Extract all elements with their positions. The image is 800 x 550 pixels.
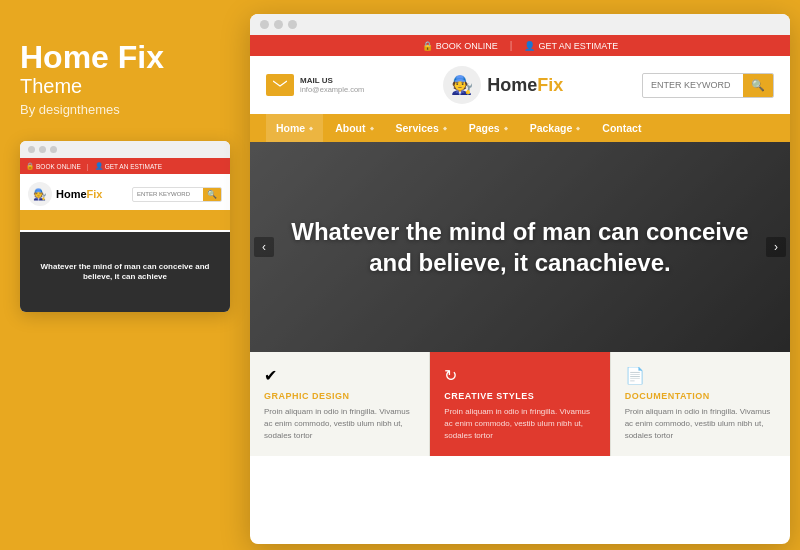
mini-dot-1 xyxy=(28,146,35,153)
mini-book-online: 🔒 BOOK ONLINE xyxy=(26,162,81,170)
nav-services[interactable]: Services ◆ xyxy=(386,114,457,142)
card-documentation: 📄 DOCUMENTATION Proin aliquam in odio in… xyxy=(611,352,790,456)
hero-prev-btn[interactable]: ‹ xyxy=(254,237,274,257)
mini-hero: Whatever the mind of man can conceive an… xyxy=(20,232,230,312)
site-search-btn[interactable]: 🔍 xyxy=(743,74,773,97)
nav-contact[interactable]: Contact xyxy=(592,114,651,142)
card-body-1: Proin aliquam in odio in fringilla. Viva… xyxy=(264,406,415,442)
site-logo: 🧑‍🔧 HomeFix xyxy=(443,66,563,104)
mini-browser-bar xyxy=(20,141,230,158)
nav-dot: ◆ xyxy=(576,125,580,131)
nav-home[interactable]: Home ◆ xyxy=(266,114,323,142)
mini-search-input[interactable] xyxy=(133,189,203,199)
left-panel: Home Fix Theme By designthemes 🔒 BOOK ON… xyxy=(0,0,248,550)
nav-pages[interactable]: Pages ◆ xyxy=(459,114,518,142)
site-logo-text: HomeFix xyxy=(487,75,563,96)
checkmark-icon: ✔ xyxy=(264,366,415,385)
hero-text: Whatever the mind of man can conceive an… xyxy=(250,216,790,278)
card-body-3: Proin aliquam in odio in fringilla. Viva… xyxy=(625,406,776,442)
mini-dot-3 xyxy=(50,146,57,153)
mini-logo-icon: 🧑‍🔧 xyxy=(28,182,52,206)
mini-header: 🧑‍🔧 HomeFix 🔍 xyxy=(20,174,230,210)
mini-nav-bar xyxy=(20,210,230,230)
card-title-1: GRAPHIC DESIGN xyxy=(264,391,415,401)
card-creative-styles: ↻ CREATIVE STYLES Proin aliquam in odio … xyxy=(430,352,610,456)
mini-hero-text: Whatever the mind of man can conceive an… xyxy=(20,262,230,283)
refresh-icon: ↻ xyxy=(444,366,595,385)
mini-browser: 🔒 BOOK ONLINE | 👤 GET AN ESTIMATE 🧑‍🔧 Ho… xyxy=(20,141,230,312)
mini-get-estimate: 👤 GET AN ESTIMATE xyxy=(95,162,163,170)
book-online-label: BOOK ONLINE xyxy=(436,41,498,51)
mini-search[interactable]: 🔍 xyxy=(132,187,222,202)
brand-title: Home Fix xyxy=(20,40,164,75)
hero-next-btn[interactable]: › xyxy=(766,237,786,257)
nav-dot: ◆ xyxy=(443,125,447,131)
top-bar: 🔒 BOOK ONLINE | 👤 GET AN ESTIMATE xyxy=(250,35,790,56)
card-graphic-design: ✔ GRAPHIC DESIGN Proin aliquam in odio i… xyxy=(250,352,430,456)
brand-subtitle: Theme xyxy=(20,75,82,98)
mail-label: MAIL US xyxy=(300,76,364,85)
mini-topbar: 🔒 BOOK ONLINE | 👤 GET AN ESTIMATE xyxy=(20,158,230,174)
right-browser: 🔒 BOOK ONLINE | 👤 GET AN ESTIMATE MAIL U… xyxy=(250,14,790,544)
book-online-btn[interactable]: 🔒 BOOK ONLINE xyxy=(422,41,498,51)
svg-rect-0 xyxy=(273,80,287,90)
nav-package[interactable]: Package ◆ xyxy=(520,114,591,142)
get-estimate-label: GET AN ESTIMATE xyxy=(538,41,618,51)
user-icon: 👤 xyxy=(524,41,535,51)
lock-icon: 🔒 xyxy=(422,41,433,51)
mini-lock-icon: 🔒 xyxy=(26,162,34,170)
nav-dot: ◆ xyxy=(309,125,313,131)
mini-logo-text: HomeFix xyxy=(56,188,102,200)
card-body-2: Proin aliquam in odio in fringilla. Viva… xyxy=(444,406,595,442)
browser-bar xyxy=(250,14,790,35)
cards-row: ✔ GRAPHIC DESIGN Proin aliquam in odio i… xyxy=(250,352,790,456)
mail-info: MAIL US info@example.com xyxy=(266,74,364,96)
mini-dot-2 xyxy=(39,146,46,153)
mini-user-icon: 👤 xyxy=(95,162,103,170)
nav-dot: ◆ xyxy=(370,125,374,131)
mail-text: MAIL US info@example.com xyxy=(300,76,364,94)
site-logo-icon: 🧑‍🔧 xyxy=(443,66,481,104)
browser-dot-3 xyxy=(288,20,297,29)
mail-address: info@example.com xyxy=(300,85,364,94)
get-estimate-btn[interactable]: 👤 GET AN ESTIMATE xyxy=(524,41,618,51)
site-search[interactable]: 🔍 xyxy=(642,73,774,98)
top-bar-sep: | xyxy=(510,40,513,51)
document-icon: 📄 xyxy=(625,366,776,385)
nav-about[interactable]: About ◆ xyxy=(325,114,383,142)
hero-section: ‹ Whatever the mind of man can conceive … xyxy=(250,142,790,352)
mini-logo: 🧑‍🔧 HomeFix xyxy=(28,182,102,206)
nav-bar: Home ◆ About ◆ Services ◆ Pages ◆ Packag… xyxy=(250,114,790,142)
card-title-3: DOCUMENTATION xyxy=(625,391,776,401)
mail-icon xyxy=(266,74,294,96)
browser-dot-2 xyxy=(274,20,283,29)
card-title-2: CREATIVE STYLES xyxy=(444,391,595,401)
mini-sep: | xyxy=(87,163,89,170)
nav-dot: ◆ xyxy=(504,125,508,131)
site-header: MAIL US info@example.com 🧑‍🔧 HomeFix 🔍 xyxy=(250,56,790,114)
envelope-icon xyxy=(273,80,287,90)
site-search-input[interactable] xyxy=(643,75,743,95)
browser-dot-1 xyxy=(260,20,269,29)
mini-search-btn[interactable]: 🔍 xyxy=(203,188,221,201)
brand-by: By designthemes xyxy=(20,102,120,117)
